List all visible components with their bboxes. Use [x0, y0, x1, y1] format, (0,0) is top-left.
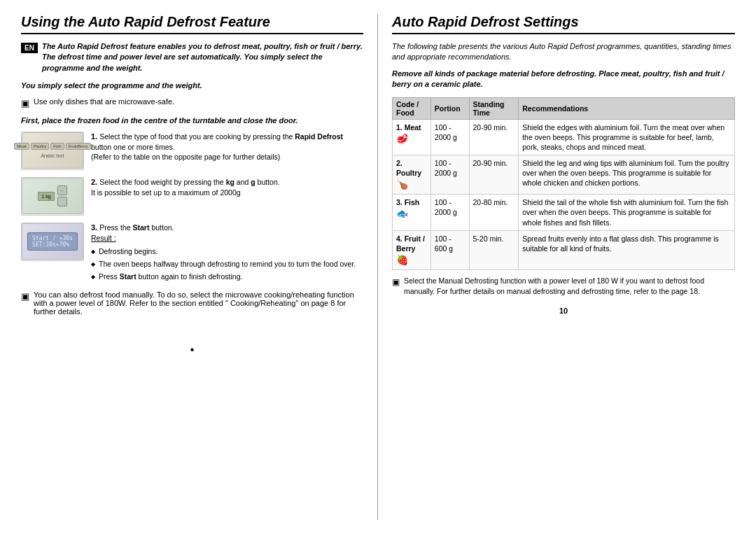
right-warning: Remove all kinds of package material bef…: [392, 69, 735, 90]
portion-3: 100 - 2000 g: [430, 195, 469, 231]
food-code-1: 1. Meat 🥩: [393, 119, 431, 155]
food-code-4: 4. Fruit /Berry 🍓: [393, 230, 431, 269]
panel3-display: Start / +30sSET:30s+70%: [27, 232, 78, 251]
step1-num: 1.: [91, 132, 97, 141]
step1-block: Meat Poultry Fish Fruit/Berry Arabic tex…: [21, 132, 363, 170]
bottom-right-note-icon: ▣: [392, 276, 400, 288]
meat-icon: 🥩: [396, 133, 408, 144]
portion-4: 100 - 600 g: [430, 230, 469, 269]
rec-4: Spread fruits evenly into a flat glass d…: [519, 230, 735, 269]
en-badge: EN: [21, 43, 38, 53]
bottom-note-text: You can also defrost food manually. To d…: [34, 290, 363, 316]
heading2: First, place the frozen food in the cent…: [21, 115, 363, 126]
food-code-3: 3. Fish 🐟: [393, 195, 431, 231]
fish-icon: 🐟: [396, 208, 408, 219]
step2-num: 2.: [91, 178, 97, 186]
step3-result: Result :: [91, 234, 116, 242]
table-row: 4. Fruit /Berry 🍓 100 - 600 g 5-20 min. …: [393, 230, 735, 269]
bottom-note-right: ▣ Select the Manual Defrosting function …: [392, 276, 735, 296]
bottom-right-note-text: Select the Manual Defrosting function wi…: [404, 276, 735, 296]
table-row: 1. Meat 🥩 100 - 2000 g 20-90 min. Shield…: [393, 119, 735, 155]
bullet1: Defrosting begins.: [91, 246, 363, 257]
page-number: 10: [392, 307, 735, 315]
rec-2: Shield the leg and wing tips with alumin…: [519, 155, 735, 195]
step2-text: Select the food weight by pressing the k…: [91, 178, 280, 197]
tab2: Poultry: [31, 143, 50, 150]
bottom-note-icon: ▣: [21, 291, 29, 302]
panel2-btn1: +: [57, 185, 67, 195]
right-column: Auto Rapid Defrost Settings The followin…: [378, 14, 735, 520]
panel-tabs: Meat Poultry Fish Fruit/Berry: [14, 143, 90, 150]
step3-image: Start / +30sSET:30s+70%: [21, 223, 84, 261]
time-3: 20-80 min.: [469, 195, 519, 231]
step1-text: Select the type of food that you are coo…: [91, 132, 343, 161]
note1-text: Use only dishes that are microwave-safe.: [34, 97, 174, 106]
table-row: 3. Fish 🐟 100 - 2000 g 20-80 min. Shield…: [393, 195, 735, 231]
step1-content: 1. Select the type of food that you are …: [91, 132, 363, 162]
tab3: Fish: [50, 143, 64, 150]
note1-icon: ▣: [21, 98, 29, 108]
step2-content: 2. Select the food weight by pressing th…: [91, 177, 363, 197]
sub-heading: You simply select the programme and the …: [21, 80, 363, 91]
panel1: Meat Poultry Fish Fruit/Berry Arabic tex…: [22, 132, 83, 169]
table-row: 2. Poultry 🍗 100 - 2000 g 20-90 min. Shi…: [393, 155, 735, 195]
step1-image: Meat Poultry Fish Fruit/Berry Arabic tex…: [21, 132, 84, 170]
center-dot: •: [21, 344, 363, 356]
step3-content: 3. Press the Start button. Result : Defr…: [91, 223, 363, 283]
poultry-icon: 🍗: [396, 178, 408, 190]
step2-image: 1 kg + -: [21, 177, 84, 216]
bullet-list: Defrosting begins. The oven beeps halfwa…: [91, 246, 363, 281]
right-title: Auto Rapid Defrost Settings: [392, 14, 735, 34]
portion-1: 100 - 2000 g: [430, 119, 469, 155]
step3-num: 3.: [91, 223, 97, 232]
panel2-display: 1 kg: [38, 192, 54, 201]
portion-2: 100 - 2000 g: [430, 155, 469, 195]
col-code: Code / Food: [393, 97, 431, 119]
defrost-table: Code / Food Portion Standing Time Recomm…: [392, 97, 735, 271]
step2-block: 1 kg + - 2. Select the food weight by pr…: [21, 177, 363, 216]
panel2: 1 kg + -: [22, 178, 83, 214]
tab1: Meat: [14, 143, 29, 150]
note1-row: ▣ Use only dishes that are microwave-saf…: [21, 97, 363, 108]
fruit-icon: 🍓: [396, 254, 408, 265]
left-column: Using the Auto Rapid Defrost Feature EN …: [21, 14, 378, 520]
left-title: Using the Auto Rapid Defrost Feature: [21, 14, 363, 34]
panel3: Start / +30sSET:30s+70%: [22, 223, 83, 260]
table-header-row: Code / Food Portion Standing Time Recomm…: [393, 97, 735, 119]
step3-block: Start / +30sSET:30s+70% 3. Press the Sta…: [21, 223, 363, 283]
bullet2: The oven beeps halfway through defrostin…: [91, 259, 363, 269]
col-standing: Standing Time: [469, 97, 519, 119]
rec-1: Shield the edges with aluminium foil. Tu…: [519, 119, 735, 155]
bottom-note-left: ▣ You can also defrost food manually. To…: [21, 290, 363, 316]
col-rec: Recommendations: [519, 97, 735, 119]
panel1-label: Arabic text: [41, 153, 64, 158]
right-intro: The following table presents the various…: [392, 41, 735, 63]
intro-text: The Auto Rapid Defrost feature enables y…: [42, 41, 363, 73]
tab4: Fruit/Berry: [66, 143, 91, 150]
col-portion: Portion: [430, 97, 469, 119]
time-2: 20-90 min.: [469, 155, 519, 195]
time-4: 5-20 min.: [469, 230, 519, 269]
rec-3: Shield the tail of the whole fish with a…: [519, 195, 735, 231]
time-1: 20-90 min.: [469, 119, 519, 155]
food-code-2: 2. Poultry 🍗: [393, 155, 431, 195]
bullet3: Press Start button again to finish defro…: [91, 272, 363, 282]
step3-label: Press the Start button.: [99, 223, 174, 232]
intro-block: EN The Auto Rapid Defrost feature enable…: [21, 41, 363, 73]
panel2-btn2: -: [57, 197, 67, 206]
